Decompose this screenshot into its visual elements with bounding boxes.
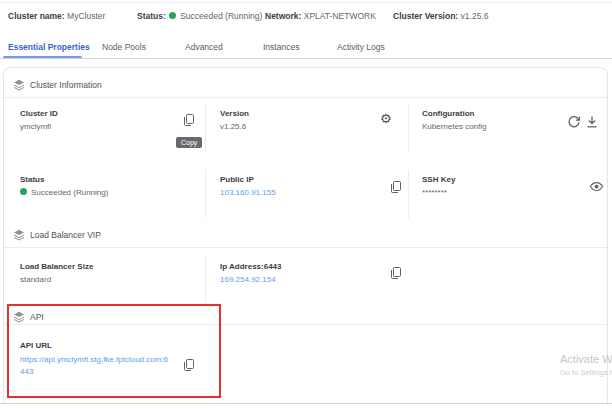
copy-tooltip: Copy bbox=[176, 137, 202, 148]
download-icon bbox=[584, 114, 600, 130]
network-label: Network: bbox=[265, 11, 301, 21]
cluster-details-page: { "topbar": { "fields": [ {"label": "Clu… bbox=[0, 0, 612, 409]
copy-public-ip-button[interactable] bbox=[388, 179, 404, 195]
vertical-divider bbox=[408, 170, 409, 218]
copy-icon bbox=[181, 112, 197, 128]
tab-node-pools[interactable]: Node Pools bbox=[102, 42, 146, 52]
activate-windows-watermark-sub: Go to Settings t bbox=[560, 368, 612, 377]
cluster-id-value: ymclymfi bbox=[20, 122, 58, 131]
field-configuration: Configuration Kubernetes config bbox=[422, 109, 487, 131]
eye-icon bbox=[589, 179, 604, 194]
copy-icon bbox=[181, 357, 197, 373]
vertical-divider bbox=[205, 256, 206, 302]
field-lb-ip: Ip Address:6443 169.254.92.154 bbox=[220, 262, 282, 284]
lb-ip-label: Ip Address:6443 bbox=[220, 262, 282, 271]
section-title-cluster-information: Cluster Information bbox=[30, 80, 102, 90]
status-field: Status: Succeeded (Running) bbox=[137, 11, 262, 21]
essential-properties-panel: Cluster Information Cluster ID ymclymfi … bbox=[3, 67, 608, 403]
status-value: Succeeded (Running) bbox=[180, 11, 262, 21]
network-field: Network: XPLAT-NETWORK bbox=[265, 11, 376, 21]
status-field-value: Succeeded (Running) bbox=[31, 188, 108, 197]
layers-icon bbox=[13, 229, 25, 241]
status-field-value-wrap: Succeeded (Running) bbox=[20, 188, 108, 197]
field-cluster-id: Cluster ID ymclymfi bbox=[20, 109, 58, 131]
cluster-id-label: Cluster ID bbox=[20, 109, 58, 118]
top-hairline bbox=[0, 2, 612, 3]
field-lb-size: Load Balancer Size standard bbox=[20, 262, 93, 284]
copy-cluster-id-button[interactable] bbox=[181, 112, 197, 128]
field-api-url: API URL bbox=[20, 341, 52, 354]
lb-size-label: Load Balancer Size bbox=[20, 262, 93, 271]
field-ssh-key: SSH Key ******** bbox=[422, 175, 455, 197]
layers-icon bbox=[13, 79, 25, 91]
lb-size-value: standard bbox=[20, 275, 93, 284]
section-divider bbox=[4, 324, 607, 325]
cluster-name-label: Cluster name: bbox=[8, 11, 65, 21]
section-divider bbox=[4, 247, 607, 248]
copy-lb-ip-button[interactable] bbox=[388, 265, 404, 281]
field-status: Status Succeeded (Running) bbox=[20, 175, 108, 197]
copy-icon bbox=[388, 265, 404, 281]
copy-api-url-button[interactable] bbox=[181, 357, 197, 373]
configuration-value: Kubernetes config bbox=[422, 122, 487, 131]
tab-essential-properties[interactable]: Essential Properties bbox=[8, 42, 90, 52]
field-version: Version v1.25.6 bbox=[220, 109, 249, 131]
vertical-divider bbox=[205, 170, 206, 218]
status-label: Status: bbox=[137, 11, 166, 21]
configuration-label: Configuration bbox=[422, 109, 487, 118]
refresh-icon bbox=[566, 114, 582, 130]
cluster-name-field: Cluster name: MyCluster bbox=[8, 11, 105, 21]
tab-advanced[interactable]: Advanced bbox=[185, 42, 223, 52]
ssh-key-label: SSH Key bbox=[422, 175, 455, 184]
ssh-key-value: ******** bbox=[422, 188, 455, 197]
section-title-api: API bbox=[30, 312, 44, 322]
reveal-ssh-key-button[interactable] bbox=[589, 179, 605, 195]
cluster-version-value: v1.25.6 bbox=[461, 11, 489, 21]
tab-instances[interactable]: Instances bbox=[263, 42, 299, 52]
status-field-label: Status bbox=[20, 175, 108, 184]
public-ip-value[interactable]: 103.160.91.155 bbox=[220, 188, 276, 197]
layers-icon bbox=[13, 311, 25, 323]
api-url-value[interactable]: https://api.ymclymfi.stg.fke.fptcloud.co… bbox=[20, 354, 172, 378]
vertical-divider bbox=[205, 104, 206, 152]
version-value: v1.25.6 bbox=[220, 122, 249, 131]
public-ip-label: Public IP bbox=[220, 175, 276, 184]
activate-windows-watermark: Activate Wi bbox=[560, 353, 612, 365]
refresh-config-button[interactable] bbox=[566, 114, 582, 130]
section-divider bbox=[4, 97, 607, 98]
field-public-ip: Public IP 103.160.91.155 bbox=[220, 175, 276, 197]
tabs-bottom-border bbox=[0, 58, 612, 59]
status-dot-icon bbox=[20, 188, 27, 195]
lb-ip-value[interactable]: 169.254.92.154 bbox=[220, 275, 282, 284]
cluster-version-label: Cluster Version: bbox=[393, 11, 458, 21]
bottom-border bbox=[0, 403, 612, 404]
version-label: Version bbox=[220, 109, 249, 118]
gear-icon[interactable]: ⚙ bbox=[380, 112, 392, 125]
copy-icon bbox=[388, 179, 404, 195]
status-dot-icon bbox=[169, 12, 176, 19]
cluster-version-field: Cluster Version: v1.25.6 bbox=[393, 11, 488, 21]
vertical-divider bbox=[408, 104, 409, 152]
cluster-name-value: MyCluster bbox=[67, 11, 105, 21]
network-value: XPLAT-NETWORK bbox=[304, 11, 376, 21]
tab-activity-logs[interactable]: Activity Logs bbox=[337, 42, 385, 52]
download-config-button[interactable] bbox=[584, 114, 600, 130]
api-url-label: API URL bbox=[20, 341, 52, 350]
section-title-load-balancer: Load Balancer VIP bbox=[30, 230, 101, 240]
